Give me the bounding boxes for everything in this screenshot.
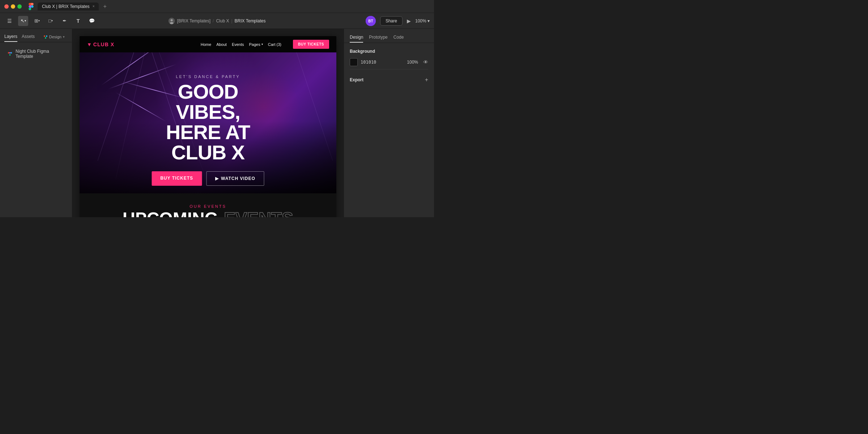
- design-chevron-icon: ▾: [63, 35, 65, 39]
- export-add-button[interactable]: +: [425, 77, 428, 83]
- hero-buy-tickets-button[interactable]: BUY TICKETS: [152, 171, 202, 186]
- nav-links: Home About Events Pages ▾ Cart (3): [201, 42, 281, 47]
- hero-buttons: BUY TICKETS ▶ WATCH VIDEO: [144, 171, 272, 186]
- background-section-header: Background: [350, 49, 428, 54]
- play-icon: ▶: [215, 176, 219, 181]
- toolbar: ☰ ↖ ▾ ⊞ ▾ □ ▾ ✒ T 💬 [BRIX Templates]: [0, 13, 434, 29]
- events-section: OUR EVENTS UPCOMING EVENTS: [80, 193, 336, 217]
- traffic-lights: [4, 4, 22, 9]
- tab-layers[interactable]: Layers: [4, 32, 17, 42]
- shape-icon: □: [48, 18, 51, 23]
- logo-text: CLUB X: [93, 42, 114, 47]
- breadcrumb-team[interactable]: [BRIX Templates]: [177, 18, 210, 23]
- color-hex-value[interactable]: 101010: [361, 60, 376, 65]
- text-icon: T: [77, 18, 80, 24]
- minimize-button[interactable]: [11, 4, 15, 9]
- tab-close-icon[interactable]: ×: [93, 4, 95, 8]
- breadcrumb: [BRIX Templates] / Club X | BRIX Templat…: [169, 18, 266, 24]
- svg-point-7: [45, 37, 46, 39]
- text-tool-button[interactable]: T: [73, 16, 83, 26]
- hero-title: GOOD VIBES, HERE AT CLUB X: [144, 82, 272, 163]
- zoom-control[interactable]: 100% ▾: [415, 18, 430, 23]
- fullscreen-button[interactable]: [17, 4, 22, 9]
- shape-tool-button[interactable]: □ ▾: [46, 16, 56, 26]
- hero-text: LET'S DANCE & PARTY GOOD VIBES, HERE AT …: [144, 74, 272, 186]
- breadcrumb-sep2: |: [231, 18, 232, 23]
- hero-section: LET'S DANCE & PARTY GOOD VIBES, HERE AT …: [80, 52, 336, 193]
- hero-title-line1: GOOD VIBES,: [144, 82, 272, 122]
- tab-assets[interactable]: Assets: [22, 32, 35, 42]
- figma-logo-icon: [27, 3, 35, 10]
- svg-point-2: [170, 22, 174, 24]
- hero-title-line2: HERE AT CLUB X: [144, 122, 272, 163]
- nav-about[interactable]: About: [216, 42, 227, 47]
- arrow-icon: ↖: [21, 18, 25, 23]
- site-logo: ▼ CLUB X: [87, 42, 114, 47]
- design-panel-content: Background 101010 100% 👁 Export +: [344, 43, 434, 217]
- design-icon: [43, 35, 48, 39]
- list-item[interactable]: Night Club Figma Template: [4, 47, 68, 61]
- right-sidebar: Design Prototype Code Background 101010 …: [344, 29, 434, 217]
- design-label: Design: [49, 35, 61, 39]
- background-color-row: 101010 100% 👁: [350, 58, 428, 66]
- frame-chevron-icon: ▾: [38, 19, 40, 22]
- layers-panel: Night Club Figma Template: [0, 42, 72, 217]
- hero-watch-video-button[interactable]: ▶ WATCH VIDEO: [206, 171, 264, 186]
- svg-point-10: [9, 54, 11, 56]
- play-button[interactable]: ▶: [407, 18, 411, 24]
- events-title-row: UPCOMING EVENTS: [90, 210, 326, 217]
- svg-point-11: [9, 52, 11, 53]
- export-section-header: Export +: [350, 77, 428, 83]
- toolbar-right: BT Share ▶ 100% ▾: [366, 16, 430, 26]
- select-chevron-icon: ▾: [25, 19, 26, 22]
- breadcrumb-sep1: /: [213, 18, 214, 23]
- logo-icon: ▼: [87, 42, 92, 47]
- svg-point-5: [44, 35, 45, 37]
- tab-code[interactable]: Code: [393, 33, 404, 43]
- svg-text:BT: BT: [368, 19, 373, 23]
- layer-name: Night Club Figma Template: [16, 49, 65, 59]
- toolbar-left: ☰ ↖ ▾ ⊞ ▾ □ ▾ ✒ T 💬: [4, 16, 97, 26]
- svg-point-1: [171, 19, 173, 21]
- figma-component-icon: [7, 51, 13, 57]
- left-sidebar: Layers Assets Design ▾ Nig: [0, 29, 72, 217]
- svg-point-9: [10, 52, 12, 53]
- pen-tool-button[interactable]: ✒: [59, 16, 69, 26]
- user-avatar[interactable]: BT: [366, 16, 376, 26]
- close-button[interactable]: [4, 4, 9, 9]
- select-tool-button[interactable]: ↖ ▾: [18, 16, 28, 26]
- tab-prototype[interactable]: Prototype: [369, 33, 387, 43]
- share-button[interactable]: Share: [380, 16, 403, 26]
- nav-buy-tickets-button[interactable]: BUY TICKETS: [293, 40, 329, 49]
- breadcrumb-file: BRIX Templates: [235, 18, 266, 23]
- comment-icon: 💬: [89, 18, 95, 23]
- website-preview: ▼ CLUB X Home About Events Pages ▾ Cart …: [80, 36, 336, 217]
- frame-tool-button[interactable]: ⊞ ▾: [32, 16, 42, 26]
- tab-add-button[interactable]: +: [103, 3, 106, 10]
- titlebar: Club X | BRIX Templates × +: [0, 0, 434, 13]
- color-swatch[interactable]: [350, 58, 358, 66]
- menu-button[interactable]: ☰: [4, 16, 14, 26]
- user-avatar-icon: [169, 18, 175, 24]
- shape-chevron-icon: ▾: [51, 19, 53, 22]
- nav-events[interactable]: Events: [232, 42, 244, 47]
- breadcrumb-project[interactable]: Club X: [216, 18, 229, 23]
- tab-title: Club X | BRIX Templates: [42, 4, 90, 9]
- opacity-value[interactable]: 100%: [407, 60, 418, 65]
- sidebar-tabs: Layers Assets Design ▾: [0, 29, 72, 42]
- nav-pages[interactable]: Pages ▾: [249, 42, 263, 47]
- canvas-area[interactable]: ▼ CLUB X Home About Events Pages ▾ Cart …: [72, 29, 344, 217]
- tab-design[interactable]: Design: [350, 33, 363, 43]
- design-mode-pill[interactable]: Design ▾: [41, 32, 68, 42]
- comment-tool-button[interactable]: 💬: [87, 16, 97, 26]
- events-title-solid: UPCOMING: [123, 210, 218, 217]
- nav-cart[interactable]: Cart (3): [268, 42, 281, 47]
- pen-icon: ✒: [63, 18, 67, 23]
- nav-home[interactable]: Home: [201, 42, 211, 47]
- browser-tab[interactable]: Club X | BRIX Templates ×: [38, 3, 99, 10]
- hero-subtitle: LET'S DANCE & PARTY: [144, 74, 272, 79]
- svg-point-6: [46, 35, 47, 37]
- hamburger-icon: ☰: [7, 18, 12, 24]
- frame-icon: ⊞: [34, 18, 38, 23]
- visibility-eye-icon[interactable]: 👁: [423, 59, 428, 65]
